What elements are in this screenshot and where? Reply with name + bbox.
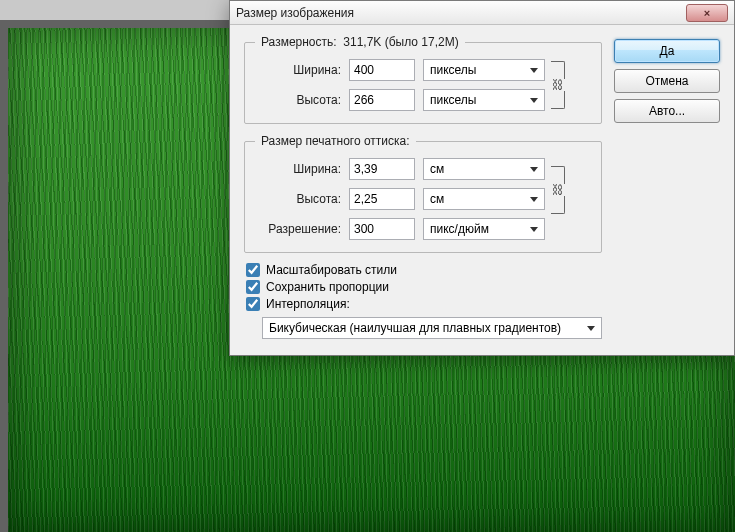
resolution-unit-select[interactable]: пикс/дюйм xyxy=(423,218,545,240)
document-size-group: Размер печатного оттиска: Ширина: см xyxy=(244,134,602,253)
ok-button[interactable]: Да xyxy=(614,39,720,63)
doc-width-unit-select[interactable]: см xyxy=(423,158,545,180)
pixel-height-label: Высота: xyxy=(255,93,341,107)
resolution-input[interactable] xyxy=(349,218,415,240)
doc-constrain-indicator: ⛓ xyxy=(551,166,565,214)
chevron-down-icon xyxy=(587,326,595,331)
chevron-down-icon xyxy=(530,98,538,103)
pixel-height-input[interactable] xyxy=(349,89,415,111)
close-icon: × xyxy=(704,7,710,19)
cancel-button[interactable]: Отмена xyxy=(614,69,720,93)
chevron-down-icon xyxy=(530,167,538,172)
resolution-unit-label: пикс/дюйм xyxy=(430,222,489,236)
chevron-down-icon xyxy=(530,197,538,202)
constrain-proportions-checkbox[interactable] xyxy=(246,280,260,294)
chain-icon: ⛓ xyxy=(552,79,564,91)
doc-height-input[interactable] xyxy=(349,188,415,210)
auto-button-label: Авто... xyxy=(649,104,685,118)
resample-checkbox[interactable] xyxy=(246,297,260,311)
pixel-height-unit-label: пикселы xyxy=(430,93,477,107)
pixel-legend-prefix: Размерность: xyxy=(261,35,337,49)
doc-height-unit-select[interactable]: см xyxy=(423,188,545,210)
doc-width-label: Ширина: xyxy=(255,162,341,176)
scale-styles-label: Масштабировать стили xyxy=(266,263,397,277)
pixel-dimensions-legend: Размерность: 311,7K (было 17,2M) xyxy=(255,35,465,49)
dialog-title: Размер изображения xyxy=(236,6,686,20)
scale-styles-checkbox[interactable] xyxy=(246,263,260,277)
button-column: Да Отмена Авто... xyxy=(614,35,720,341)
dialog-titlebar[interactable]: Размер изображения × xyxy=(230,1,734,25)
pixel-width-label: Ширина: xyxy=(255,63,341,77)
pixel-dimensions-group: Размерность: 311,7K (было 17,2M) Ширина:… xyxy=(244,35,602,124)
pixel-width-unit-select[interactable]: пикселы xyxy=(423,59,545,81)
chain-icon: ⛓ xyxy=(552,184,564,196)
doc-width-input[interactable] xyxy=(349,158,415,180)
cancel-button-label: Отмена xyxy=(645,74,688,88)
image-size-dialog: Размер изображения × Размерность: 311,7K… xyxy=(229,0,735,356)
dialog-body: Размерность: 311,7K (было 17,2M) Ширина:… xyxy=(230,25,734,355)
resolution-label: Разрешение: xyxy=(255,222,341,236)
chevron-down-icon xyxy=(530,227,538,232)
doc-width-unit-label: см xyxy=(430,162,444,176)
doc-height-unit-label: см xyxy=(430,192,444,206)
pixel-size-value: 311,7K xyxy=(343,35,381,49)
chevron-down-icon xyxy=(530,68,538,73)
interpolation-selected-label: Бикубическая (наилучшая для плавных град… xyxy=(269,321,561,335)
ok-button-label: Да xyxy=(660,44,675,58)
constrain-proportions-label: Сохранить пропорции xyxy=(266,280,389,294)
form-column: Размерность: 311,7K (было 17,2M) Ширина:… xyxy=(244,35,602,341)
pixel-size-was: (было 17,2M) xyxy=(385,35,459,49)
doc-height-label: Высота: xyxy=(255,192,341,206)
pixel-width-input[interactable] xyxy=(349,59,415,81)
interpolation-select[interactable]: Бикубическая (наилучшая для плавных град… xyxy=(262,317,602,339)
document-size-legend: Размер печатного оттиска: xyxy=(255,134,416,148)
pixel-width-unit-label: пикселы xyxy=(430,63,477,77)
auto-button[interactable]: Авто... xyxy=(614,99,720,123)
resample-label: Интерполяция: xyxy=(266,297,350,311)
pixel-constrain-indicator: ⛓ xyxy=(551,61,565,109)
pixel-height-unit-select[interactable]: пикселы xyxy=(423,89,545,111)
close-button[interactable]: × xyxy=(686,4,728,22)
